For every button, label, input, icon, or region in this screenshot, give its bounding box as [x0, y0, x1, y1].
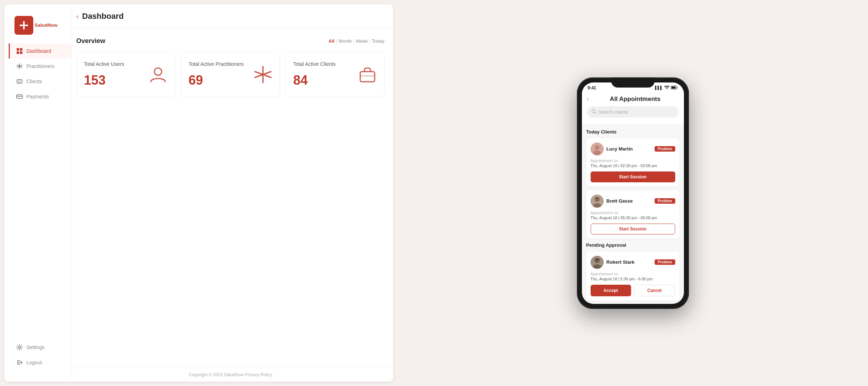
robert-name: Robert Stark [607, 259, 635, 265]
appt-user-info-brett: Brett Gasse [591, 195, 633, 208]
top-bar: ‹ Dashboard [68, 4, 393, 29]
avatar-lucy [591, 143, 604, 156]
phone-body: Today Clients [582, 124, 684, 304]
svg-rect-4 [20, 51, 22, 54]
settings-icon [16, 344, 23, 351]
sidebar-item-dashboard[interactable]: Dashboard [9, 43, 72, 59]
left-panel: SaludNow Dashboard [4, 4, 393, 382]
stat-practitioners-label: Total Active Practitioners [188, 61, 244, 67]
signal-icon: ▌▌▌ [655, 86, 663, 90]
robert-actions: Accept Cancel [591, 285, 675, 296]
sidebar: SaludNow Dashboard [9, 9, 72, 377]
logo-label: SaludNow [35, 23, 58, 28]
stat-users-value: 153 [84, 73, 124, 88]
nav-bottom: Settings Logout [9, 340, 72, 370]
sidebar-settings-label: Settings [26, 344, 45, 350]
practitioners-stat-icon [254, 65, 272, 84]
user-icon [149, 65, 167, 84]
briefcase-icon [358, 65, 377, 84]
page-title: Dashboard [82, 12, 124, 21]
stat-clients-value: 84 [293, 73, 336, 88]
appt-card-robert-header: Robert Stark Problem [591, 256, 675, 269]
robert-appt-time: Thu, August 18 | 5:30 pm - 6:00 pm [591, 277, 675, 281]
brett-appt-time: Thu, August 18 | 05:30 pm - 06:00 pm [591, 216, 675, 220]
brett-problem-badge: Problem [655, 198, 675, 204]
stat-card-practitioners: Total Active Practitioners 69 [181, 52, 280, 97]
stat-practitioners-value: 69 [188, 73, 244, 88]
svg-point-14 [595, 145, 599, 150]
stat-users-label: Total Active Users [84, 61, 124, 67]
sidebar-item-practitioners[interactable]: Practitioners [9, 59, 72, 74]
svg-rect-11 [672, 86, 676, 89]
sidebar-item-logout[interactable]: Logout [9, 355, 72, 370]
asterisk-icon [16, 63, 23, 69]
lucy-problem-badge: Problem [655, 146, 675, 152]
sidebar-dashboard-label: Dashboard [26, 48, 51, 54]
appt-card-robert: Robert Stark Problem Appointment on Thu,… [586, 251, 680, 301]
robert-cancel-btn[interactable]: Cancel [634, 285, 675, 296]
svg-rect-5 [17, 80, 22, 83]
filter-month[interactable]: Month [339, 38, 352, 44]
sep3: | [369, 38, 370, 44]
sep1: | [336, 38, 337, 44]
stat-card-clients: Total Active Clients 84 [286, 52, 384, 97]
phone-back-button[interactable]: ‹ [587, 96, 589, 102]
filter-week[interactable]: Week [356, 38, 368, 44]
appt-user-info-robert: Robert Stark [591, 256, 635, 269]
logo-area: SaludNow [9, 16, 72, 43]
footer: Copyright © 2023 SaludNow Privacy Policy [68, 368, 393, 382]
brett-appt-on: Appointment on [591, 211, 675, 215]
phone-screen-title: All Appointments [592, 96, 679, 103]
sidebar-logout-label: Logout [26, 360, 42, 365]
robert-problem-badge: Problem [655, 259, 675, 265]
filter-tabs: All | Month | Week | Today [328, 38, 384, 44]
brett-start-session-btn[interactable]: Start Session [591, 224, 675, 234]
svg-rect-3 [17, 51, 19, 54]
appt-card-brett-header: Brett Gasse Problem [591, 195, 675, 208]
filter-today[interactable]: Today [372, 38, 384, 44]
phone-mockup: 9:41 ▌▌▌ [577, 77, 689, 309]
lucy-start-session-btn[interactable]: Start Session [591, 171, 675, 182]
logo-icon [14, 16, 33, 35]
filter-all[interactable]: All [328, 38, 335, 44]
right-panel: 9:41 ▌▌▌ [397, 0, 868, 386]
today-clients-label: Today Clients [586, 129, 680, 135]
stats-grid: Total Active Users 153 Total Active Prac… [76, 52, 384, 97]
svg-point-17 [595, 197, 600, 202]
svg-point-20 [595, 258, 600, 263]
wifi-icon [664, 86, 669, 90]
overview-section: Overview All | Month | Week | Today Tota… [68, 29, 393, 368]
appt-card-lucy: Lucy Martin Problem Appointment on Thu, … [586, 138, 680, 187]
brett-name: Brett Gasse [607, 198, 633, 204]
svg-rect-9 [360, 72, 375, 82]
overview-header: Overview All | Month | Week | Today [76, 37, 384, 45]
svg-rect-2 [20, 48, 22, 51]
robert-accept-btn[interactable]: Accept [591, 285, 631, 296]
appt-card-brett: Brett Gasse Problem Appointment on Thu, … [586, 190, 680, 239]
payments-icon [16, 93, 23, 100]
sidebar-item-payments[interactable]: Payments [9, 89, 72, 104]
main-content: ‹ Dashboard Overview All | Month | Week … [68, 4, 393, 382]
sep2: | [353, 38, 354, 44]
sidebar-item-clients[interactable]: Clients [9, 74, 72, 89]
dashboard-icon [16, 48, 23, 54]
back-button[interactable]: ‹ [76, 13, 78, 20]
phone-search-placeholder[interactable]: Search clients [599, 109, 628, 115]
phone-outer: 9:41 ▌▌▌ [577, 77, 689, 309]
sidebar-clients-label: Clients [26, 79, 42, 84]
phone-search-bar[interactable]: Search clients [587, 106, 679, 118]
battery-icon [671, 85, 678, 90]
lucy-appt-time: Thu, August 18 | 02:30 pm - 03:00 pm [591, 164, 675, 168]
nav-menu: Dashboard Practitioners Clients [9, 43, 72, 104]
phone-header: ‹ All Appointments Search clients [582, 92, 684, 124]
clients-icon [16, 78, 23, 85]
svg-rect-1 [17, 48, 19, 51]
phone-nav-row: ‹ All Appointments [587, 92, 679, 105]
sidebar-item-settings[interactable]: Settings [9, 340, 72, 355]
phone-notch [611, 77, 655, 88]
svg-point-18 [593, 203, 601, 208]
svg-point-8 [154, 68, 162, 75]
stat-card-users: Total Active Users 153 [76, 52, 175, 97]
lucy-appt-on: Appointment on [591, 158, 675, 163]
phone-search-icon [591, 109, 596, 115]
